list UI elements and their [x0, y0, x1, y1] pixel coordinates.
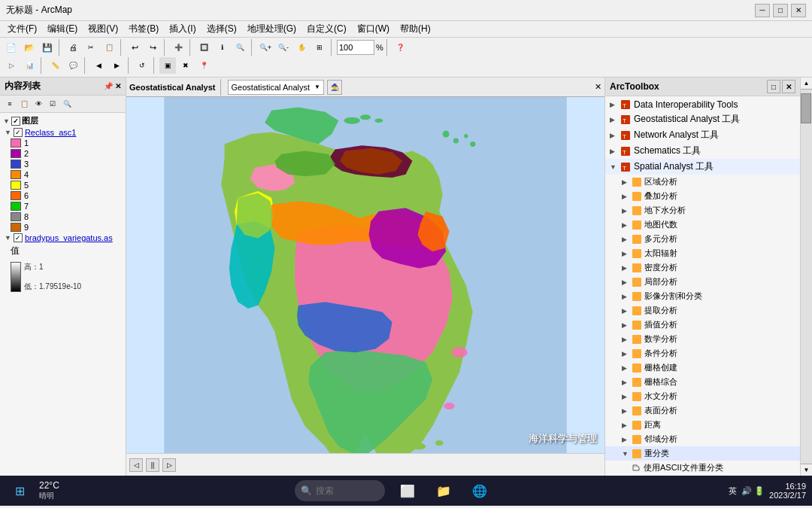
toc-pin-btn[interactable]: 📌 — [104, 82, 113, 90]
menu-bookmark[interactable]: 书签(B) — [124, 21, 163, 37]
map-tip-btn[interactable]: 💬 — [65, 57, 81, 74]
zoom-out-btn[interactable]: 🔍- — [275, 39, 292, 56]
reclass-expand[interactable]: ▼ — [5, 129, 11, 136]
layers-expand[interactable]: ▼ — [3, 117, 10, 125]
geo-wizard-btn[interactable]: 🧙 — [327, 80, 342, 95]
identify-btn[interactable]: ℹ — [214, 39, 230, 56]
atb-tool-multivar[interactable]: ▶ 多元分析 — [605, 232, 800, 246]
minimize-btn[interactable]: ─ — [755, 4, 770, 17]
copy-btn[interactable]: 📋 — [101, 39, 117, 56]
atb-tool-surface[interactable]: ▶ 表面分析 — [605, 403, 800, 418]
atb-tool-interp[interactable]: ▶ 插值分析 — [605, 318, 800, 332]
taskview-btn[interactable]: ⬜ — [394, 479, 421, 503]
close-btn[interactable]: ✕ — [791, 4, 806, 17]
reclass-layer-name[interactable]: Reclass_asc1 — [25, 128, 76, 137]
arcmap-help-btn[interactable]: ❓ — [392, 39, 409, 56]
measure-btn[interactable]: 📏 — [47, 57, 63, 74]
scrollbar-thumb[interactable] — [801, 93, 811, 123]
atb-restore-btn[interactable]: □ — [767, 80, 780, 93]
reclass-checkbox[interactable]: ✓ — [14, 128, 23, 137]
toc-sel-btn[interactable]: ☑ — [46, 97, 59, 111]
scrollbar-up-btn[interactable]: ▲ — [801, 78, 812, 90]
atb-tool-neighbor[interactable]: ▶ 邻域分析 — [605, 432, 800, 446]
menu-insert[interactable]: 插入(I) — [165, 21, 200, 37]
redo-btn[interactable]: ↪ — [144, 39, 161, 56]
atb-tool-hydro[interactable]: ▶ 水文分析 — [605, 389, 800, 403]
atb-item-network[interactable]: ▶ T Network Analyst 工具 — [605, 127, 800, 143]
new-btn[interactable]: 📄 — [3, 39, 20, 56]
fileexplorer-btn[interactable]: 📁 — [430, 479, 457, 503]
atb-tool-groundwater[interactable]: ▶ 地下水分析 — [605, 203, 800, 217]
menu-geoprocess[interactable]: 地理处理(G) — [243, 21, 301, 37]
menu-file[interactable]: 文件(F) — [3, 21, 41, 37]
atb-close-btn[interactable]: ✕ — [782, 80, 795, 93]
atb-tool-mapalgebra[interactable]: ▶ 地图代数 — [605, 217, 800, 232]
map-back-btn[interactable]: ◁ — [129, 458, 143, 472]
pan-btn[interactable]: ✋ — [293, 39, 310, 56]
toc-close-btn[interactable]: ✕ — [115, 82, 121, 90]
atb-tool-overlay[interactable]: ▶ 叠加分析 — [605, 189, 800, 203]
atb-tool-math[interactable]: ▶ 数学分析 — [605, 332, 800, 346]
browser-btn[interactable]: 🌐 — [466, 479, 493, 503]
atb-tool-extract[interactable]: ▶ 提取分析 — [605, 303, 800, 318]
geo-dropdown[interactable]: Geostatistical Analyst ▼ — [228, 80, 324, 95]
bradypus-expand[interactable]: ▼ — [5, 234, 11, 242]
menu-view[interactable]: 视图(V) — [83, 21, 123, 37]
rotate-btn[interactable]: ↺ — [134, 57, 150, 74]
scrollbar-down-btn[interactable]: ▼ — [801, 464, 812, 476]
map-pause-btn[interactable]: || — [146, 458, 159, 472]
map-play-btn[interactable]: ▷ — [162, 458, 176, 472]
menu-window[interactable]: 窗口(W) — [353, 21, 394, 37]
atb-tool-rastergener[interactable]: ▶ 栅格综合 — [605, 375, 800, 389]
toc-list-btn[interactable]: ≡ — [3, 97, 17, 111]
editor-btn[interactable]: ▷ — [3, 57, 20, 74]
scrollbar-track[interactable] — [801, 90, 812, 464]
map-area[interactable]: Geostatistical Analyst Geostatistical An… — [126, 78, 604, 476]
select-by-loc-btn[interactable]: 📍 — [195, 57, 212, 74]
toc-vis-btn[interactable]: 👁 — [32, 97, 45, 111]
restore-btn[interactable]: □ — [773, 4, 788, 17]
add-data-btn[interactable]: ➕ — [170, 39, 186, 56]
search-input[interactable] — [295, 480, 385, 501]
toc-search-btn[interactable]: 🔍 — [60, 97, 74, 111]
bradypus-checkbox[interactable]: ✓ — [14, 233, 23, 242]
save-btn[interactable]: 💾 — [39, 39, 56, 56]
atb-tool-ascii-reclass[interactable]: 使用ASCII文件重分类 — [605, 461, 800, 475]
full-extent-btn[interactable]: ⊞ — [311, 39, 328, 56]
geo-close-btn[interactable]: ✕ — [595, 82, 601, 92]
menu-help[interactable]: 帮助(H) — [395, 21, 435, 37]
zoom-next-btn[interactable]: ▶ — [108, 57, 125, 74]
atb-tool-distance[interactable]: ▶ 距离 — [605, 418, 800, 432]
find-btn[interactable]: 🔍 — [232, 39, 248, 56]
select-btn[interactable]: 🔲 — [195, 39, 212, 56]
attr-btn[interactable]: 📊 — [21, 57, 38, 74]
print-btn[interactable]: 🖨 — [65, 39, 81, 56]
scale-input[interactable] — [337, 40, 374, 55]
menu-select[interactable]: 选择(S) — [202, 21, 241, 37]
atb-tool-local[interactable]: ▶ 局部分析 — [605, 275, 800, 289]
atb-item-geostatistical[interactable]: ▶ T Geostatistical Analyst 工具 — [605, 111, 800, 127]
atb-tool-zone[interactable]: ▶ 区域分析 — [605, 175, 800, 189]
atb-tool-rastercreate[interactable]: ▶ 栅格创建 — [605, 360, 800, 375]
bradypus-layer-name[interactable]: bradypus_variegatus.as — [25, 233, 113, 242]
atb-tool-segclass[interactable]: ▶ 影像分割和分类 — [605, 289, 800, 303]
undo-btn[interactable]: ↩ — [126, 39, 143, 56]
start-btn[interactable]: ⊞ — [6, 479, 33, 503]
atb-item-data-interop[interactable]: ▶ T Data Interoperability Tools — [605, 98, 800, 111]
toc-source-btn[interactable]: 📋 — [17, 97, 31, 111]
atb-tool-density[interactable]: ▶ 密度分析 — [605, 260, 800, 275]
zoom-in-btn[interactable]: 🔍+ — [257, 39, 274, 56]
atb-tool-cond[interactable]: ▶ 条件分析 — [605, 346, 800, 360]
menu-customize[interactable]: 自定义(C) — [302, 21, 351, 37]
atb-item-schematics[interactable]: ▶ T Schematics 工具 — [605, 143, 800, 159]
select-feat-btn[interactable]: ▣ — [159, 57, 176, 74]
atb-tool-table-reclass[interactable]: 使用表重分类 — [605, 475, 800, 476]
zoom-prev-btn[interactable]: ◀ — [90, 57, 107, 74]
clear-sel-btn[interactable]: ✖ — [177, 57, 194, 74]
cut-btn[interactable]: ✂ — [83, 39, 99, 56]
atb-tool-solar[interactable]: ▶ 太阳辐射 — [605, 246, 800, 260]
menu-edit[interactable]: 编辑(E) — [43, 21, 82, 37]
atb-item-spatial[interactable]: ▼ T Spatial Analyst 工具 — [605, 159, 800, 175]
layers-checkbox[interactable]: ✓ — [11, 117, 20, 126]
open-btn[interactable]: 📂 — [21, 39, 38, 56]
